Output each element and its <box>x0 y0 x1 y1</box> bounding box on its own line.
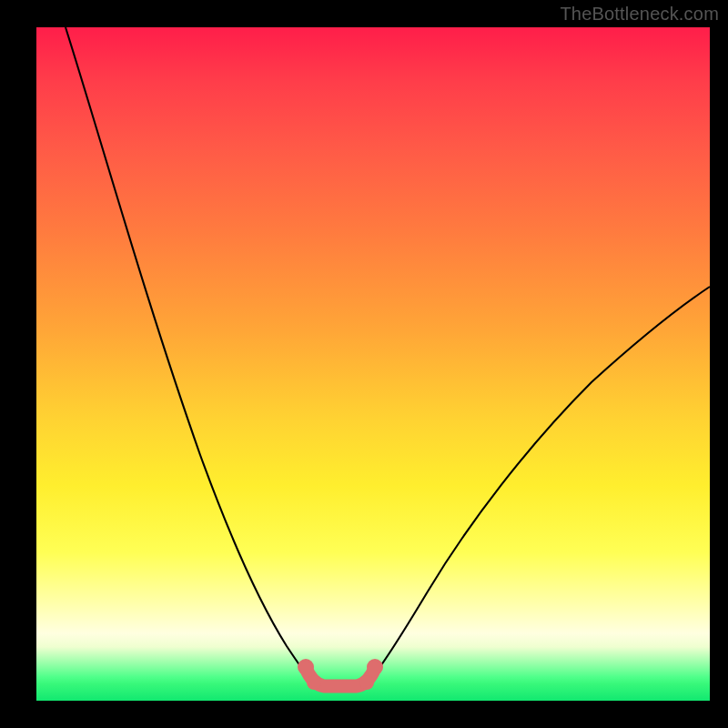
marker-dot-right-bottom <box>359 675 374 690</box>
curve-left <box>66 27 311 681</box>
curve-right <box>369 287 710 681</box>
marker-dot-left-bottom <box>307 675 321 690</box>
chart-container: TheBottleneck.com <box>0 0 728 728</box>
curve-layer <box>36 27 710 701</box>
plot-area <box>36 27 710 701</box>
watermark-label: TheBottleneck.com <box>560 4 719 25</box>
